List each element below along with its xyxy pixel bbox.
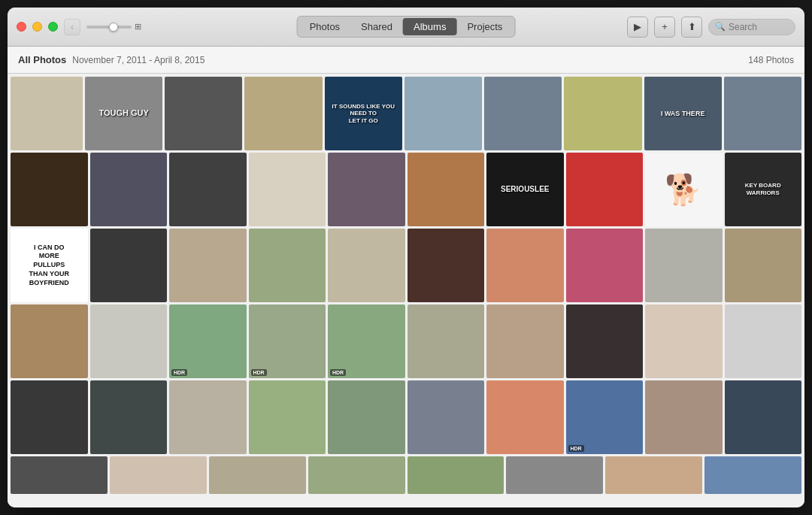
photo-cell[interactable]: [404, 77, 482, 150]
tab-photos[interactable]: Photos: [299, 18, 350, 35]
photo-cell[interactable]: SERIOUSLEE: [486, 153, 564, 226]
photo-cell[interactable]: [90, 304, 168, 378]
photo-cell[interactable]: [11, 380, 88, 454]
grid-row: TOUGH GUY IT SOUNDS LIKE YOU NEED TOLET …: [11, 77, 801, 150]
photo-cell[interactable]: [724, 77, 801, 150]
search-box[interactable]: 🔍: [708, 19, 795, 35]
traffic-lights: [17, 22, 58, 32]
photo-cell[interactable]: KEY BOARDWARRIORS: [725, 153, 802, 226]
photo-cell[interactable]: 🐕: [645, 153, 723, 226]
photo-cell[interactable]: [249, 229, 326, 302]
photo-cell[interactable]: [169, 380, 247, 454]
photo-cell[interactable]: [645, 304, 723, 378]
photo-cell[interactable]: [408, 456, 504, 494]
photo-cell[interactable]: [605, 456, 702, 494]
photo-cell[interactable]: I CAN DOMOREPULLUPSTHAN YOURBOYFRIEND: [11, 229, 88, 302]
photo-cell[interactable]: [249, 153, 326, 226]
grid-icon: ⊞: [135, 22, 141, 32]
photo-cell[interactable]: [725, 380, 802, 454]
photo-cell[interactable]: [408, 153, 485, 226]
photo-cell[interactable]: [11, 153, 88, 226]
photo-cell[interactable]: HDR: [328, 304, 405, 378]
photo-cell[interactable]: [566, 304, 644, 378]
share-button[interactable]: ⬆: [681, 17, 702, 38]
photo-cell[interactable]: IT SOUNDS LIKE YOU NEED TOLET IT GO: [325, 77, 402, 150]
photo-cell[interactable]: [11, 456, 108, 494]
photo-cell[interactable]: [209, 456, 306, 494]
photo-cell[interactable]: [408, 380, 485, 454]
photo-cell[interactable]: I WAS THERE: [644, 77, 722, 150]
photo-cell[interactable]: [725, 229, 802, 302]
back-button[interactable]: ‹: [64, 19, 80, 35]
grid-row: [11, 456, 801, 494]
photo-cell[interactable]: [110, 456, 207, 494]
grid-row: HDR: [11, 380, 801, 454]
photo-cell[interactable]: [244, 77, 322, 150]
photo-cell[interactable]: [645, 229, 723, 302]
titlebar: ‹ ⊞ Photos Shared Albums Projects ▶ + ⬆ …: [8, 8, 804, 47]
nav-buttons: ‹: [64, 19, 80, 35]
right-controls: ▶ + ⬆ 🔍: [627, 17, 795, 38]
tab-shared[interactable]: Shared: [350, 18, 403, 35]
hdr-badge: HDR: [251, 369, 267, 376]
photo-cell[interactable]: [704, 456, 801, 494]
minimize-button[interactable]: [32, 22, 42, 32]
sub-toolbar: All Photos November 7, 2011 - April 8, 2…: [8, 47, 804, 74]
photo-cell[interactable]: [90, 380, 168, 454]
photo-grid: TOUGH GUY IT SOUNDS LIKE YOU NEED TOLET …: [8, 74, 804, 507]
photo-cell[interactable]: [249, 380, 326, 454]
photo-cell[interactable]: [486, 380, 564, 454]
hdr-badge: HDR: [330, 369, 346, 376]
photo-cell[interactable]: HDR: [249, 304, 326, 378]
zoom-slider-thumb[interactable]: [109, 23, 118, 32]
photo-cell[interactable]: [566, 229, 644, 302]
main-window: ‹ ⊞ Photos Shared Albums Projects ▶ + ⬆ …: [8, 8, 804, 507]
photo-cell[interactable]: [408, 229, 485, 302]
photo-cell[interactable]: [484, 77, 562, 150]
search-input[interactable]: [729, 22, 789, 32]
date-range: November 7, 2011 - April 8, 2015: [72, 55, 205, 65]
photo-cell[interactable]: [169, 229, 247, 302]
close-button[interactable]: [17, 22, 26, 32]
photo-cell[interactable]: HDR: [566, 380, 644, 454]
photo-cell[interactable]: [11, 304, 88, 378]
play-button[interactable]: ▶: [627, 17, 648, 38]
photo-cell[interactable]: [564, 77, 641, 150]
photo-cell[interactable]: [328, 380, 405, 454]
photo-count: 148 Photos: [748, 55, 794, 65]
photo-cell[interactable]: [486, 304, 564, 378]
photo-cell[interactable]: [506, 456, 603, 494]
grid-row: SERIOUSLEE 🐕 KEY BOARDWARRIORS: [11, 153, 801, 226]
hdr-badge: HDR: [171, 369, 187, 376]
photo-cell[interactable]: [11, 77, 83, 150]
tab-projects[interactable]: Projects: [456, 18, 513, 35]
photo-cell[interactable]: [725, 304, 802, 378]
grid-row: HDR HDR HDR: [11, 304, 801, 378]
hdr-badge: HDR: [568, 445, 584, 452]
photo-cell[interactable]: HDR: [169, 304, 247, 378]
photo-cell[interactable]: [308, 456, 405, 494]
photo-cell[interactable]: [90, 229, 168, 302]
photo-cell[interactable]: [328, 153, 405, 226]
photo-cell[interactable]: [90, 153, 168, 226]
photo-cell[interactable]: [169, 153, 247, 226]
zoom-slider-track[interactable]: [86, 26, 132, 29]
add-button[interactable]: +: [654, 17, 675, 38]
grid-row: I CAN DOMOREPULLUPSTHAN YOURBOYFRIEND: [11, 229, 801, 302]
search-icon: 🔍: [715, 22, 726, 32]
photo-cell[interactable]: [328, 229, 405, 302]
tab-bar: Photos Shared Albums Projects: [297, 16, 516, 38]
tab-albums[interactable]: Albums: [403, 18, 456, 35]
photo-cell[interactable]: [566, 153, 644, 226]
photo-cell[interactable]: [645, 380, 723, 454]
maximize-button[interactable]: [48, 22, 58, 32]
photo-cell[interactable]: [165, 77, 242, 150]
photo-cell[interactable]: TOUGH GUY: [85, 77, 162, 150]
photo-cell[interactable]: [408, 304, 485, 378]
photo-cell[interactable]: [486, 229, 564, 302]
slider-area: ⊞: [86, 22, 141, 32]
toolbar-left: All Photos November 7, 2011 - April 8, 2…: [18, 54, 748, 65]
all-photos-label[interactable]: All Photos: [18, 54, 66, 65]
